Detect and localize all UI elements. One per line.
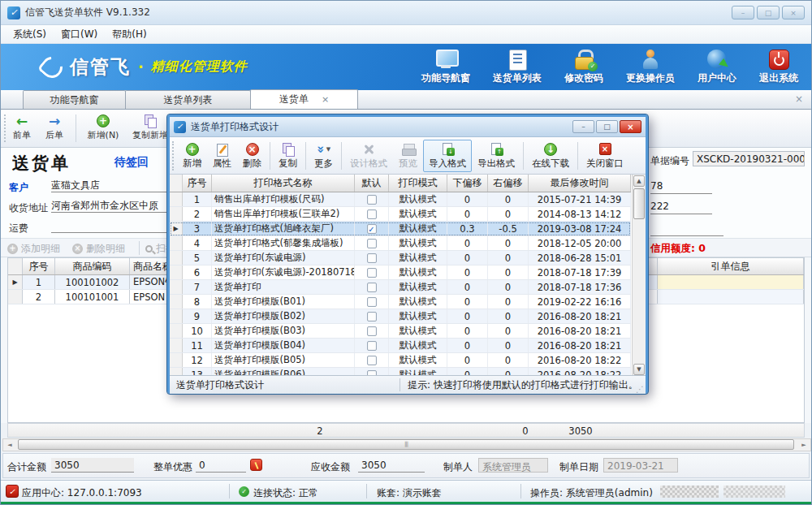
default-checkbox[interactable] [367,195,377,205]
receivable-field[interactable]: 3050 [358,458,425,473]
discount-edit-icon[interactable] [250,459,262,471]
time-cell: 2016-08-20 18:22 [529,353,631,367]
scrollbar-thumb[interactable] [633,188,645,219]
scroll-up-icon[interactable]: ▲ [633,175,645,187]
print-format-row[interactable]: 1销售出库单打印模板(尺码)默认模式002015-07-21 14:39 [170,192,631,207]
add-order-button[interactable]: + 新增(N) [82,114,124,141]
format-properties-button[interactable]: 属性 [207,140,237,172]
minimize-button[interactable]: – [732,6,754,19]
format-name-header: 打印格式名称 [212,175,355,192]
copy-add-button[interactable]: 复制新增 [127,114,173,141]
discount-field[interactable]: 0 [196,458,246,473]
remove-detail-button[interactable]: × 删除明细 [72,242,125,256]
preview-button[interactable]: 预览 [393,140,423,172]
print-format-row[interactable]: 8送货单打印模版(B01)默认模式002019-02-22 16:16 [170,295,631,309]
dialog-title-bar[interactable]: ✓ 送货单打印格式设计 – □ × [170,117,646,137]
tab-delivery-list[interactable]: 送货单列表 [125,90,251,109]
default-checkbox[interactable] [367,239,377,248]
toolbar-separator [139,241,140,255]
print-format-row[interactable]: 4送货单打印格式(郁馨集成墙板)默认模式002018-12-05 20:00 [170,236,631,251]
default-checkbox[interactable] [367,209,377,219]
time-cell: 2018-07-18 17:36 [529,280,631,294]
default-checkbox[interactable] [367,268,377,278]
default-checkbox-checked[interactable]: ✓ [367,224,377,234]
export-format-button[interactable]: ↑ 导出格式 [472,140,520,172]
online-download-button[interactable]: ↓ 在线下载 [526,140,575,172]
default-checkbox[interactable] [367,370,377,377]
scrollbar-thumb[interactable]: ||| [18,439,794,450]
print-format-row[interactable]: 7送货单打印默认模式002018-07-18 17:36 [170,280,631,295]
menu-window[interactable]: 窗口(W) [54,26,105,43]
mode-cell: 默认模式 [389,309,447,323]
row-indicator [170,368,183,376]
close-button[interactable]: × [782,6,805,19]
print-format-row[interactable]: 12送货单打印模版(B05)默认模式002016-08-20 18:22 [170,353,631,368]
default-checkbox[interactable] [367,253,377,263]
default-checkbox[interactable] [367,283,377,292]
menu-help[interactable]: 帮助(H) [105,26,153,43]
default-checkbox[interactable] [367,312,377,322]
default-checkbox[interactable] [367,297,377,307]
print-format-row[interactable]: 13送货单打印模版(B06)默认模式002016-08-20 18:22 [170,368,631,376]
print-format-row[interactable]: 11送货单打印模版(B04)默认模式002016-08-20 18:21 [170,339,631,353]
extra-field[interactable] [650,222,723,236]
row-indicator [170,339,183,352]
format-delete-button[interactable]: × 删除 [237,140,267,172]
redacted-text-block [660,486,719,498]
tab-bar: 功能导航窗 送货单列表 送货单 × × [1,90,811,110]
contact-field[interactable]: 78 [650,180,712,194]
nav-window-button[interactable]: 功能导航窗 [421,50,470,85]
default-checkbox[interactable] [367,326,377,336]
print-format-row-selected[interactable]: ▶3送货单打印格式(旭峰衣架厂)✓默认模式0.3-0.52019-03-08 1… [170,222,631,236]
down-cell: 0 [447,192,488,206]
freight-field[interactable] [51,219,173,233]
scroll-left-icon[interactable]: ◄ [4,440,15,450]
panel-close-icon[interactable]: × [795,93,803,105]
print-format-row[interactable]: 2销售出库单打印模板(三联单2)默认模式002014-08-13 14:12 [170,207,631,222]
nav-window-label: 功能导航窗 [421,71,470,85]
dialog-minimize-button[interactable]: – [572,120,594,133]
dialog-close-button[interactable]: × [620,120,641,133]
prev-order-button[interactable]: ← 前单 [7,114,37,141]
default-checkbox[interactable] [367,356,377,365]
scroll-down-icon[interactable]: ▼ [633,364,645,375]
menu-system[interactable]: 系统(S) [6,26,54,43]
format-add-button[interactable]: + 新增 [177,140,207,172]
user-center-button[interactable]: 用户中心 [698,50,736,85]
phone-field[interactable]: 222 [650,201,712,214]
print-format-row[interactable]: 6送货单打印(东诚电源)-20180718默认模式002018-07-18 17… [170,265,631,280]
address-field[interactable]: 河南省郑州市金水区中原 [51,199,173,213]
default-checkbox[interactable] [367,341,377,351]
arrow-right-icon: → [49,114,60,127]
import-format-button[interactable]: ↓ 导入格式 [423,140,472,172]
print-format-row[interactable]: 5送货单打印(东诚电源)默认模式002018-06-28 15:01 [170,251,631,265]
customer-field[interactable]: 蓝猫文具店 [51,179,173,192]
next-order-label: 后单 [45,130,63,140]
delivery-list-button[interactable]: 送货单列表 [493,50,542,85]
format-copy-button[interactable]: 复制 [273,140,303,172]
vertical-scrollbar[interactable]: ▲ ▼ [632,175,646,376]
redacted-text-block [723,486,785,498]
print-format-row[interactable]: 9送货单打印模版(B02)默认模式002016-08-20 18:21 [170,309,631,324]
add-detail-button[interactable]: + 添加明细 [7,242,60,256]
more-label: 更多 [314,158,333,170]
maximize-button[interactable]: □ [757,6,780,19]
scroll-right-icon[interactable]: ► [798,440,810,450]
close-window-icon: × [599,143,611,155]
row-indicator-header [8,258,23,274]
switch-operator-button[interactable]: 更换操作员 [626,50,675,85]
right-cell: 0 [488,339,529,352]
print-format-row[interactable]: 10送货单打印模版(B03)默认模式002016-08-20 18:21 [170,324,631,339]
more-button[interactable]: »▼ 更多 [309,140,339,172]
tab-delivery-note[interactable]: 送货单 × [250,89,358,109]
dialog-maximize-button[interactable]: □ [596,120,618,133]
change-password-button[interactable]: ✓ 修改密码 [564,50,603,85]
horizontal-scrollbar[interactable]: ◄ ||| ► [2,438,811,451]
exit-button[interactable]: 退出系统 [759,50,798,85]
design-format-button[interactable]: 设计格式 [344,140,393,172]
ref-cell [658,290,804,304]
next-order-button[interactable]: → 后单 [40,114,69,141]
tab-close-icon[interactable]: × [322,94,329,105]
close-window-button[interactable]: × 关闭窗口 [581,140,629,172]
tab-nav-window[interactable]: 功能导航窗 [23,90,126,109]
